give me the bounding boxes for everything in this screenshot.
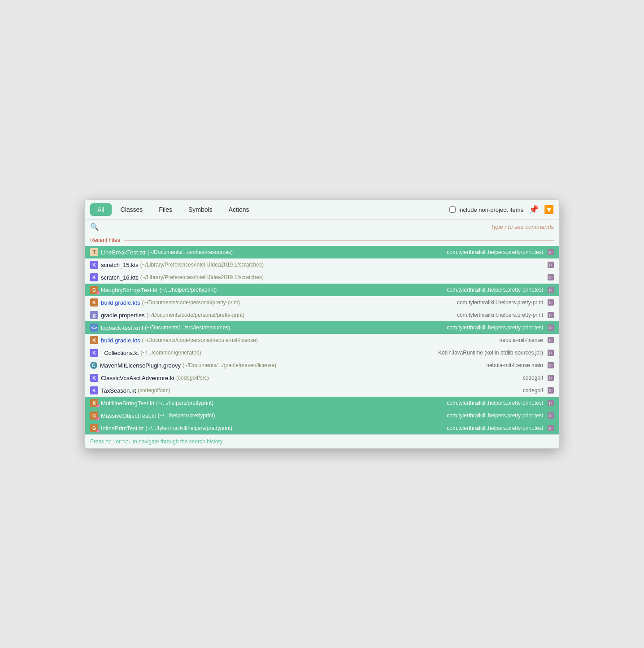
file-module: com.tylerthrailkill.helpers.pretty-print… — [447, 324, 543, 331]
file-name: MassiveObjectTest.kt — [101, 412, 156, 419]
file-row[interactable]: Kbuild.gradle.kts(~/Documents/code/perso… — [85, 296, 559, 309]
jump-icon[interactable]: ▷ — [548, 262, 554, 268]
navigation-hint: Press ⌥↑ or ⌥↓ to navigate through the s… — [90, 438, 222, 445]
jump-icon[interactable]: ▷ — [548, 312, 554, 318]
file-row[interactable]: K ●MultilineStringTest.kt(~/.../helpers/… — [85, 397, 559, 409]
search-hint: Type / to see commands — [491, 223, 554, 230]
file-icon: T — [90, 248, 98, 256]
filter-icon[interactable]: 🔽 — [544, 205, 554, 215]
file-row[interactable]: G ●MassiveObjectTest.kt(~/.../helpers/pr… — [85, 409, 559, 422]
file-icon: K — [90, 374, 98, 382]
bottom-bar: Press ⌥↑ or ⌥↓ to navigate through the s… — [85, 434, 559, 448]
tabs-row: All Classes Files Symbols Actions Includ… — [85, 200, 559, 220]
tab-classes[interactable]: Classes — [113, 203, 150, 216]
file-path: (~/.../helpers/prettyprint) — [158, 412, 215, 419]
file-module: KotlinJavaRuntime (kotlin-stdlib-sources… — [438, 350, 543, 356]
jump-icon[interactable]: ▷ — [548, 375, 554, 381]
file-row[interactable]: ggradle.properties(~/Documents/code/pers… — [85, 309, 559, 321]
tab-all[interactable]: All — [90, 203, 112, 216]
jump-icon[interactable]: ▷ — [548, 249, 554, 255]
file-path: (~/Library/Preferences/IntelliJIdea2019.… — [140, 274, 264, 280]
file-module: com.tylerthrailkill.helpers.pretty-print — [457, 299, 543, 306]
file-icon: <> — [90, 324, 98, 332]
jump-icon[interactable]: ▷ — [548, 387, 554, 394]
jump-icon[interactable]: ▷ — [548, 287, 554, 293]
file-name: LineBreakTest.txt — [101, 249, 146, 256]
file-path: (~/Documents/code/personal/pretty-print) — [142, 299, 239, 306]
file-module: com.tylerthrailkill.helpers.pretty-print… — [447, 400, 543, 406]
jump-icon[interactable]: ▷ — [548, 400, 554, 406]
file-name: TaxSeason.kt — [101, 387, 136, 394]
file-path: (~/.../tylerthrailkill/helpers/prettypri… — [145, 425, 232, 431]
search-input[interactable] — [103, 223, 491, 231]
jump-icon[interactable]: ▷ — [548, 425, 554, 431]
include-non-project-container: Include non-project items — [449, 206, 523, 213]
file-row[interactable]: Kscratch_15.kts(~/Library/Preferences/In… — [85, 258, 559, 271]
jump-icon[interactable]: ▷ — [548, 337, 554, 343]
jump-icon[interactable]: ▷ — [548, 274, 554, 280]
file-row[interactable]: KClassicVcsAsciiAdventure.kt(codegolf/sr… — [85, 372, 559, 384]
file-name: MavenMitLicensePlugin.groovy — [100, 362, 181, 369]
file-row[interactable]: TLineBreakTest.txt(~/Documents/.../src/t… — [85, 246, 559, 258]
file-module: com.tylerthrailkill.helpers.pretty-print… — [447, 287, 543, 293]
file-icon: K — [90, 336, 98, 344]
file-name: gradle.properties — [101, 312, 145, 319]
file-row[interactable]: K_Collections.kt(~/.../common/generated)… — [85, 346, 559, 359]
search-row: 🔍 Type / to see commands — [85, 220, 559, 234]
pin-icon[interactable]: 📌 — [529, 205, 539, 215]
file-icon: K — [90, 349, 98, 357]
jump-icon[interactable]: ▷ — [548, 299, 554, 306]
tab-symbols[interactable]: Symbols — [181, 203, 220, 216]
file-name: scratch_16.kts — [101, 274, 139, 281]
file-name: build.gradle.kts — [101, 299, 140, 306]
file-module: codegolf — [523, 375, 543, 381]
section-label: Recent Files — [85, 234, 559, 246]
file-name: scratch_15.kts — [101, 262, 139, 268]
file-path: (~/Documents/.../gradle/maven/license) — [183, 362, 276, 368]
jump-icon[interactable]: ▷ — [548, 350, 554, 356]
file-module: com.tylerthrailkill.helpers.pretty-print… — [447, 425, 543, 431]
file-module: nebula-mit-license — [500, 337, 543, 343]
file-name: MultilineStringTest.kt — [101, 400, 154, 407]
file-name: InlinePrintTest.kt — [101, 425, 144, 432]
jump-icon[interactable]: ▷ — [548, 362, 554, 368]
file-module: codegolf — [523, 387, 543, 394]
file-path: (codegolf/src) — [138, 387, 170, 394]
search-dialog: All Classes Files Symbols Actions Includ… — [84, 199, 560, 449]
tab-files[interactable]: Files — [152, 203, 179, 216]
file-row[interactable]: Kscratch_16.kts(~/Library/Preferences/In… — [85, 271, 559, 284]
file-row[interactable]: G ●NaughtyStringsTest.kt(~/.../helpers/p… — [85, 284, 559, 296]
file-icon: C — [90, 362, 97, 369]
file-row[interactable]: KTaxSeason.kt(codegolf/src)codegolf▷ — [85, 384, 559, 397]
file-path: (~/.../helpers/prettyprint) — [159, 287, 217, 293]
include-non-project-checkbox[interactable] — [449, 206, 456, 213]
file-icon: G ● — [90, 412, 98, 420]
file-list: TLineBreakTest.txt(~/Documents/.../src/t… — [85, 246, 559, 434]
file-path: (~/Library/Preferences/IntelliJIdea2019.… — [140, 262, 264, 268]
file-icon: G ● — [90, 286, 98, 294]
file-name: _Collections.kt — [101, 350, 139, 356]
file-icon: K — [90, 261, 98, 269]
file-row[interactable]: Kbuild.gradle.kts(~/Documents/code/perso… — [85, 334, 559, 346]
file-icon: K ● — [90, 399, 98, 407]
jump-icon[interactable]: ▷ — [548, 412, 554, 419]
search-icon: 🔍 — [90, 223, 99, 231]
file-icon: K — [90, 273, 98, 281]
file-module: com.tylerthrailkill.helpers.pretty-print… — [447, 412, 543, 419]
tab-actions[interactable]: Actions — [222, 203, 257, 216]
file-module: com.tylerthrailkill.helpers.pretty-print — [457, 312, 543, 318]
file-name: build.gradle.kts — [101, 337, 140, 344]
file-row[interactable]: G ●InlinePrintTest.kt(~/.../tylerthrailk… — [85, 422, 559, 434]
file-row[interactable]: CMavenMitLicensePlugin.groovy(~/Document… — [85, 359, 559, 372]
file-module: nebula-mit-license.main — [486, 362, 543, 368]
file-path: (~/.../common/generated) — [141, 350, 201, 356]
file-icon: K — [90, 298, 98, 306]
file-path: (~/Documents/.../src/test/resources) — [148, 249, 233, 255]
file-name: ClassicVcsAsciiAdventure.kt — [101, 375, 174, 381]
file-row[interactable]: <>logback-test.xml(~/Documents/.../src/t… — [85, 321, 559, 334]
file-icon: g — [90, 311, 98, 319]
jump-icon[interactable]: ▷ — [548, 324, 554, 331]
file-path: (~/Documents/code/personal/pretty-print) — [147, 312, 244, 318]
section-label-text: Recent Files — [90, 237, 120, 243]
file-module: com.tylerthrailkill.helpers.pretty-print… — [447, 249, 543, 255]
